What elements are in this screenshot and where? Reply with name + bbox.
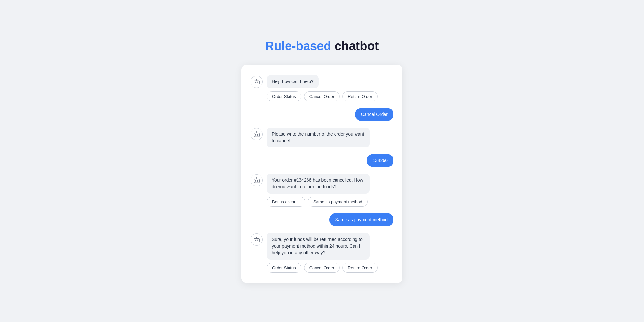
qr-return-order-2[interactable]: Return Order (342, 263, 378, 273)
qr-return-order-1[interactable]: Return Order (342, 91, 378, 101)
page-title: Rule-based chatbot (265, 39, 379, 53)
bot-ask-order-group: Please write the number of the order you… (251, 128, 393, 147)
svg-point-3 (256, 79, 257, 80)
bot-ask-order-row: Please write the number of the order you… (251, 128, 393, 147)
bot-confirm-row: Sure, your funds will be returned accord… (251, 233, 393, 260)
qr-cancel-order-2[interactable]: Cancel Order (304, 263, 340, 273)
bot-icon-1 (253, 78, 260, 85)
bot-ask-order-bubble: Please write the number of the order you… (267, 128, 370, 147)
user-cancel-bubble: Cancel Order (355, 108, 393, 121)
user-order-number-row: 134266 (251, 154, 393, 167)
svg-point-15 (256, 237, 257, 237)
fund-quick-replies: Bonus account Same as payment method (251, 197, 393, 207)
svg-rect-12 (254, 238, 260, 242)
qr-order-status-1[interactable]: Order Status (267, 91, 301, 101)
svg-rect-8 (254, 179, 260, 183)
bot-icon-2 (253, 131, 260, 138)
user-order-number-bubble: 134266 (367, 154, 393, 167)
svg-point-7 (256, 131, 257, 132)
svg-point-13 (255, 240, 256, 241)
qr-cancel-order-1[interactable]: Cancel Order (304, 91, 340, 101)
bot-avatar-2 (251, 128, 263, 140)
svg-rect-0 (254, 80, 260, 84)
bot-cancelled-bubble: Your order #134266 has been cancelled. H… (267, 174, 370, 194)
page-wrapper: Rule-based chatbot Hey, how can I help? (0, 26, 644, 296)
qr-bonus-account[interactable]: Bonus account (267, 197, 305, 207)
svg-point-6 (257, 134, 258, 135)
chat-container: Hey, how can I help? Order Status Cancel… (242, 65, 402, 283)
svg-point-14 (257, 240, 258, 241)
bot-avatar-4 (251, 233, 263, 246)
qr-order-status-2[interactable]: Order Status (267, 263, 301, 273)
bot-greeting-group: Hey, how can I help? Order Status Cancel… (251, 75, 393, 101)
svg-point-10 (257, 180, 258, 181)
svg-point-2 (257, 82, 258, 83)
greeting-quick-replies: Order Status Cancel Order Return Order (251, 91, 393, 101)
bot-greeting-bubble: Hey, how can I help? (267, 75, 319, 88)
qr-same-as-payment[interactable]: Same as payment method (308, 197, 368, 207)
user-payment-method-row: Same as payment method (251, 213, 393, 226)
svg-point-1 (255, 82, 256, 83)
svg-point-5 (255, 134, 256, 135)
title-highlight: Rule-based (265, 39, 331, 53)
bot-confirm-group: Sure, your funds will be returned accord… (251, 233, 393, 273)
bot-avatar-3 (251, 174, 263, 186)
bot-confirm-bubble: Sure, your funds will be returned accord… (267, 233, 370, 260)
bot-cancelled-group: Your order #134266 has been cancelled. H… (251, 174, 393, 207)
bot-greeting-row: Hey, how can I help? (251, 75, 393, 88)
bot-icon-4 (253, 236, 260, 243)
bot-icon-3 (253, 177, 260, 184)
bot-avatar-1 (251, 76, 263, 88)
title-normal: chatbot (335, 39, 379, 53)
bot-cancelled-row: Your order #134266 has been cancelled. H… (251, 174, 393, 194)
svg-point-9 (255, 180, 256, 181)
user-cancel-row: Cancel Order (251, 108, 393, 121)
svg-rect-4 (254, 133, 260, 137)
svg-point-11 (256, 177, 257, 178)
user-payment-method-bubble: Same as payment method (329, 213, 393, 226)
final-quick-replies: Order Status Cancel Order Return Order (251, 263, 393, 273)
